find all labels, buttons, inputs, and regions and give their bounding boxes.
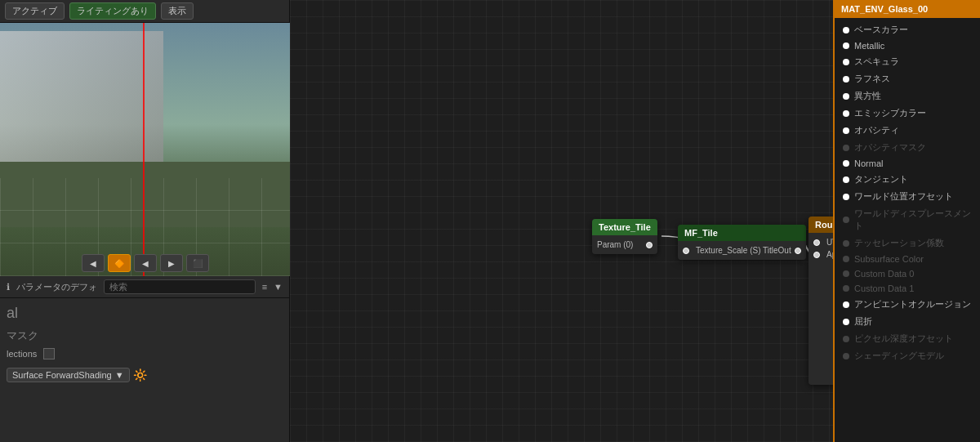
right-item-label-10: ワールド位置オフセット [854,190,953,203]
dot-11 [843,217,849,223]
bottom-header: ℹ パラメータのデフォ ≡ ▼ [0,276,289,298]
right-item-label-1: Metallic [854,41,884,51]
rt-g-row: G [808,261,833,273]
dot-8 [843,160,849,167]
right-item-8[interactable]: Normal [835,156,980,171]
mf-tile-input: Texture_Scale (S) TitleOut [678,244,806,257]
right-item-label-8: Normal [854,158,883,168]
dot-1 [843,42,849,49]
right-item-12[interactable]: テッセレーション係数 [835,234,980,252]
surface-icon[interactable]: 🔆 [133,368,147,382]
mf-tile-title: MF_Tile [684,228,718,238]
right-item-label-17: 屈折 [854,315,872,328]
bottom-icon: ℹ [7,282,10,292]
right-item-18[interactable]: ピクセル深度オフセット [835,330,980,347]
viewport: ◀ 🔶 ◀ ▶ ⬛ [0,23,290,276]
right-item-label-7: オパシティマスク [854,141,926,154]
checkbox[interactable] [43,348,55,359]
search-input[interactable] [104,279,256,294]
right-item-label-4: 異方性 [854,90,881,102]
right-panel-items: ベースカラーMetallicスペキュララフネス異方性エミッシブカラーオパシティオ… [835,18,980,442]
right-item-2[interactable]: スペキュラ [835,53,980,70]
right-item-label-3: ラフネス [854,73,890,85]
right-item-13[interactable]: Subsurface Color [835,252,980,266]
mf-tile-in[interactable] [683,248,689,254]
dot-13 [843,256,849,262]
rt-mip-in[interactable] [813,252,820,258]
node-editor: Texture_Tile Param (0) MF_Tile Texture_S… [290,0,833,442]
right-panel-title: MAT_ENV_Glass_00 [841,4,928,14]
bottom-panel: ℹ パラメータのデフォ ≡ ▼ al マスク lections Surface … [0,276,289,442]
surface-dropdown[interactable]: Surface ForwardShading ▼ [7,368,130,382]
selections-row: lections [7,348,283,359]
right-item-17[interactable]: 屈折 [835,313,980,330]
toolbar-btn-1[interactable]: ◀ [82,254,105,272]
right-item-label-16: アンビエントオクルージョン [854,298,971,310]
active-button[interactable]: アクティブ [5,2,65,20]
bottom-label: al [7,305,283,322]
texture-tile-out[interactable] [646,242,653,248]
right-item-1[interactable]: Metallic [835,38,980,53]
dot-3 [843,76,849,83]
dot-4 [843,93,849,100]
dot-16 [843,301,849,308]
rt-b-row: B [808,345,833,357]
toolbar-btn-5[interactable]: ⬛ [186,254,209,272]
rt-uvs-in[interactable] [813,239,820,246]
viewport-toolbar: ◀ 🔶 ◀ ▶ ⬛ [82,254,209,272]
right-item-7[interactable]: オパシティマスク [835,139,980,156]
right-panel-header: MAT_ENV_Glass_00 [835,0,980,18]
right-panel: MAT_ENV_Glass_00 ベースカラーMetallicスペキュララフネス… [833,0,980,442]
texture-tile-sub: Param (0) [592,239,657,251]
view-button[interactable]: 表示 [161,2,194,20]
right-item-16[interactable]: アンビエントオクルージョン [835,296,980,313]
left-panel: アクティブ ライティングあり 表示 ◀ 🔶 ◀ ▶ ⬛ ℹ パラメータのデフォ … [0,0,290,442]
right-item-0[interactable]: ベースカラー [835,21,980,38]
right-item-label-19: シェーディングモデル [854,350,944,362]
mask-section: マスク [7,328,283,343]
dot-10 [843,194,849,200]
lighting-button[interactable]: ライティングあり [69,2,156,20]
right-item-4[interactable]: 異方性 [835,87,980,105]
right-item-14[interactable]: Custom Data 0 [835,266,980,281]
rt-uvs-row: UVs RGB [808,236,833,248]
right-item-label-15: Custom Data 1 [854,284,914,293]
right-item-19[interactable]: シェーディングモデル [835,347,980,364]
view-mode-icon[interactable]: ≡ [262,282,267,292]
dot-6 [843,127,849,134]
bottom-title: パラメータのデフォ [16,281,97,293]
right-item-15[interactable]: Custom Data 1 [835,281,980,296]
roughness-texture-header: Roughness_Texture Param2D [808,217,833,233]
rt-rgba-row: RGBA [808,369,833,382]
right-item-label-2: スペキュラ [854,56,899,68]
right-item-5[interactable]: エミッシブカラー [835,105,980,122]
texture-tile-header: Texture_Tile [592,219,657,235]
dropdown-arrow: ▼ [115,370,124,380]
toolbar-btn-2[interactable]: 🔶 [108,254,131,272]
right-item-label-11: ワールドディスプレースメント [854,208,972,232]
right-item-label-6: オパシティ [854,124,899,136]
right-item-11[interactable]: ワールドディスプレースメント [835,205,980,234]
right-item-label-18: ピクセル深度オフセット [854,333,953,345]
right-item-label-5: エミッシブカラー [854,107,926,119]
toolbar-btn-3[interactable]: ◀ [134,254,157,272]
right-item-3[interactable]: ラフネス [835,70,980,87]
right-item-6[interactable]: オパシティ [835,122,980,139]
dot-14 [843,270,849,277]
right-item-10[interactable]: ワールド位置オフセット [835,188,980,205]
dot-9 [843,176,849,183]
texture-tile-body: Param (0) [592,235,657,254]
roughness-texture-body: UVs RGB Apply View MipBias R G B [808,233,833,385]
dot-18 [843,336,849,342]
dot-17 [843,319,849,325]
right-item-label-0: ベースカラー [854,24,908,36]
right-item-label-9: タンジェント [854,173,908,185]
options-icon[interactable]: ▼ [274,282,283,292]
mf-tile-out[interactable] [795,248,801,254]
toolbar-btn-4[interactable]: ▶ [160,254,183,272]
rt-a-row: A [808,357,833,369]
mf-tile-body: Texture_Scale (S) TitleOut [678,241,806,260]
dot-2 [843,59,849,65]
right-item-9[interactable]: タンジェント [835,171,980,188]
right-item-label-12: テッセレーション係数 [854,237,944,249]
